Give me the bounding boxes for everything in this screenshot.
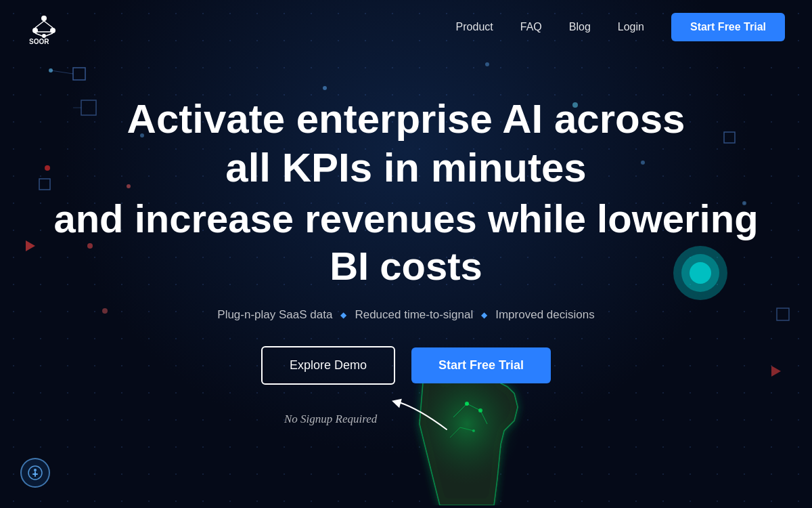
tagline-diamond2: ◆: [481, 310, 487, 320]
svg-point-26: [50, 28, 55, 33]
hero-section: Activate enterprise AI across all KPIs i…: [0, 54, 812, 436]
accessibility-icon: [27, 465, 43, 481]
svg-text:SQOR: SQOR: [29, 38, 49, 44]
svg-point-40: [34, 469, 37, 471]
svg-line-28: [35, 21, 44, 28]
tagline-part3: Improved decisions: [495, 308, 594, 322]
svg-line-29: [44, 21, 53, 28]
sqor-logo: SQOR: [27, 10, 61, 44]
hero-title-main: Activate enterprise AI across all KPIs i…: [102, 95, 710, 192]
nav-product[interactable]: Product: [456, 21, 493, 33]
hero-title-sub: and increase revenues while lowering BI …: [34, 195, 778, 289]
start-free-trial-button[interactable]: Start Free Trial: [411, 347, 551, 383]
nav-faq[interactable]: FAQ: [520, 21, 542, 33]
hero-tagline: Plug-n-play SaaS data ◆ Reduced time-to-…: [217, 308, 594, 322]
nav-links: Product FAQ Blog Login Start Free Trial: [456, 13, 785, 41]
nav-login[interactable]: Login: [618, 21, 644, 33]
svg-point-24: [41, 16, 47, 21]
nav-blog[interactable]: Blog: [569, 21, 591, 33]
tagline-part2: Reduced time-to-signal: [355, 308, 473, 322]
no-signup-text: No Signup Required: [284, 412, 377, 426]
tagline-part1: Plug-n-play SaaS data: [217, 308, 332, 322]
navbar: SQOR Product FAQ Blog Login Start Free T…: [0, 0, 812, 54]
hero-buttons: Explore Demo Start Free Trial: [261, 346, 551, 385]
tagline-diamond1: ◆: [340, 310, 346, 320]
nav-start-trial-button[interactable]: Start Free Trial: [671, 13, 785, 41]
svg-line-32: [46, 33, 53, 36]
logo-area[interactable]: SQOR: [27, 10, 61, 44]
accessibility-button[interactable]: [20, 458, 50, 488]
no-signup-area: No Signup Required: [271, 396, 541, 436]
no-signup-arrow: [379, 396, 467, 436]
explore-demo-button[interactable]: Explore Demo: [261, 346, 395, 385]
svg-line-31: [35, 33, 42, 36]
svg-point-25: [32, 28, 38, 33]
